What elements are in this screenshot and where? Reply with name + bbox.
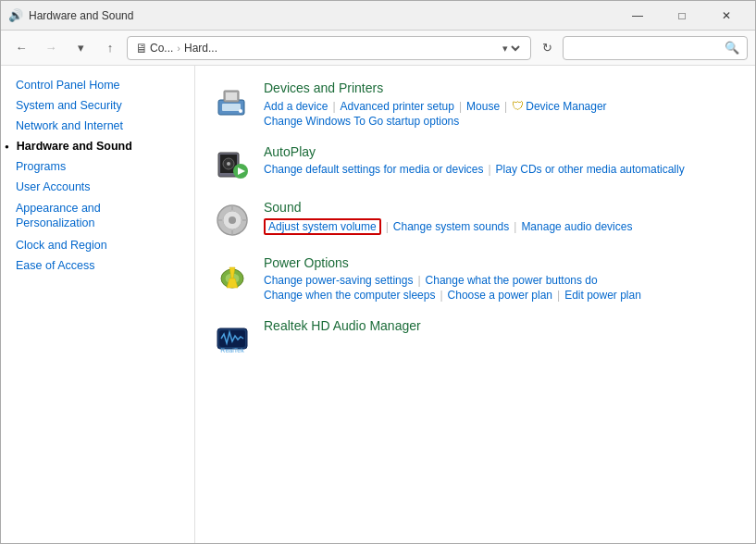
link-windows-to-go[interactable]: Change Windows To Go startup options [264, 115, 459, 128]
breadcrumb-icon: 🖥 [135, 41, 148, 56]
sound-title[interactable]: Sound [264, 200, 632, 215]
address-bar-input[interactable]: 🖥 Co... › Hard... ▾ [127, 36, 531, 60]
link-play-cds[interactable]: Play CDs or other media automatically [496, 163, 685, 176]
devices-printers-links-2: Change Windows To Go startup options [264, 115, 607, 128]
autoplay-title[interactable]: AutoPlay [264, 144, 685, 159]
section-realtek: RealTek Realtek HD Audio Manager [214, 318, 737, 357]
sound-links: Adjust system volume | Change system sou… [264, 218, 632, 235]
breadcrumb-part1: Co... [150, 42, 173, 55]
svg-point-4 [239, 109, 242, 113]
title-bar: 🔊 Hardware and Sound — □ ✕ [1, 1, 755, 31]
sidebar-item-user-accounts[interactable]: User Accounts [1, 177, 194, 197]
back-button[interactable]: ← [8, 35, 34, 61]
power-options-title[interactable]: Power Options [264, 255, 641, 270]
link-power-buttons[interactable]: Change what the power buttons do [426, 274, 598, 287]
up-button[interactable]: ↑ [97, 35, 123, 61]
dropdown-button[interactable]: ▾ [68, 35, 93, 61]
realtek-icon: RealTek [214, 320, 251, 357]
breadcrumb: 🖥 Co... › Hard... [135, 41, 495, 56]
devices-printers-links: Add a device | Advanced printer setup | … [264, 99, 607, 113]
svg-rect-3 [226, 93, 237, 100]
section-power-options: Power Options Change power-saving settin… [214, 255, 737, 302]
window-icon: 🔊 [8, 8, 23, 23]
link-mouse[interactable]: Mouse [466, 100, 500, 113]
realtek-title[interactable]: Realtek HD Audio Manager [264, 318, 421, 333]
link-change-system-sounds[interactable]: Change system sounds [393, 220, 509, 233]
main-content: Control Panel Home System and Security N… [1, 66, 755, 543]
power-options-body: Power Options Change power-saving settin… [264, 255, 641, 302]
maximize-button[interactable]: □ [661, 1, 703, 31]
address-bar: ← → ▾ ↑ 🖥 Co... › Hard... ▾ ↻ 🔍 [1, 31, 755, 66]
sidebar-item-clock-region[interactable]: Clock and Region [1, 235, 194, 255]
window-title: Hardware and Sound [29, 9, 133, 22]
main-window: 🔊 Hardware and Sound — □ ✕ ← → ▾ ↑ 🖥 Co.… [0, 0, 756, 544]
breadcrumb-part2: Hard... [184, 42, 217, 55]
title-bar-controls: — □ ✕ [616, 1, 748, 31]
link-edit-power-plan[interactable]: Edit power plan [564, 289, 641, 302]
sidebar-item-ease-of-access[interactable]: Ease of Access [1, 255, 194, 276]
autoplay-icon [214, 146, 251, 183]
sidebar-item-control-panel-home[interactable]: Control Panel Home [1, 75, 194, 95]
refresh-button[interactable]: ↻ [535, 36, 559, 60]
devices-printers-title[interactable]: Devices and Printers [264, 80, 607, 95]
link-add-device[interactable]: Add a device [264, 100, 328, 113]
svg-rect-1 [222, 104, 241, 111]
sidebar-item-system-security[interactable]: System and Security [1, 95, 194, 116]
sound-body: Sound Adjust system volume | Change syst… [264, 200, 632, 235]
power-options-links-1: Change power-saving settings | Change wh… [264, 274, 641, 287]
section-autoplay: AutoPlay Change default settings for med… [214, 144, 737, 183]
sidebar-item-hardware-sound[interactable]: Hardware and Sound [1, 136, 194, 156]
sidebar-item-network-internet[interactable]: Network and Internet [1, 116, 194, 136]
title-bar-left: 🔊 Hardware and Sound [8, 8, 133, 23]
power-options-links-2: Change when the computer sleeps | Choose… [264, 289, 641, 302]
forward-button[interactable]: → [38, 35, 64, 61]
svg-point-13 [229, 216, 236, 224]
sound-icon [214, 202, 251, 239]
realtek-body: Realtek HD Audio Manager [264, 318, 421, 337]
shield-icon: 🛡 [512, 99, 524, 113]
sidebar: Control Panel Home System and Security N… [1, 66, 195, 543]
link-choose-power-plan[interactable]: Choose a power plan [448, 289, 552, 302]
breadcrumb-dropdown[interactable]: ▾ [499, 42, 523, 55]
svg-point-8 [227, 162, 230, 166]
breadcrumb-separator: › [177, 43, 180, 54]
content-area: Devices and Printers Add a device | Adva… [195, 66, 755, 543]
svg-rect-23 [219, 330, 245, 347]
link-manage-audio-devices[interactable]: Manage audio devices [521, 220, 632, 233]
svg-text:RealTek: RealTek [220, 347, 244, 353]
link-change-default-settings[interactable]: Change default settings for media or dev… [264, 163, 483, 176]
section-devices-printers: Devices and Printers Add a device | Adva… [214, 80, 737, 128]
devices-printers-body: Devices and Printers Add a device | Adva… [264, 80, 607, 128]
minimize-button[interactable]: — [616, 1, 659, 31]
link-change-power-saving[interactable]: Change power-saving settings [264, 274, 413, 287]
link-computer-sleeps[interactable]: Change when the computer sleeps [264, 289, 435, 302]
close-button[interactable]: ✕ [705, 1, 748, 31]
link-adjust-system-volume[interactable]: Adjust system volume [264, 218, 381, 235]
search-input[interactable] [571, 42, 721, 55]
section-sound: Sound Adjust system volume | Change syst… [214, 200, 737, 239]
devices-printers-icon [214, 82, 251, 119]
link-advanced-printer-setup[interactable]: Advanced printer setup [341, 100, 454, 113]
power-options-icon [214, 257, 251, 294]
sidebar-item-programs[interactable]: Programs [1, 156, 194, 177]
search-icon: 🔍 [725, 41, 739, 55]
sidebar-item-appearance-personalization[interactable]: Appearance and Personalization [1, 197, 194, 235]
autoplay-links: Change default settings for media or dev… [264, 163, 685, 176]
link-device-manager[interactable]: Device Manager [526, 100, 606, 113]
search-box[interactable]: 🔍 [563, 36, 748, 60]
autoplay-body: AutoPlay Change default settings for med… [264, 144, 685, 176]
